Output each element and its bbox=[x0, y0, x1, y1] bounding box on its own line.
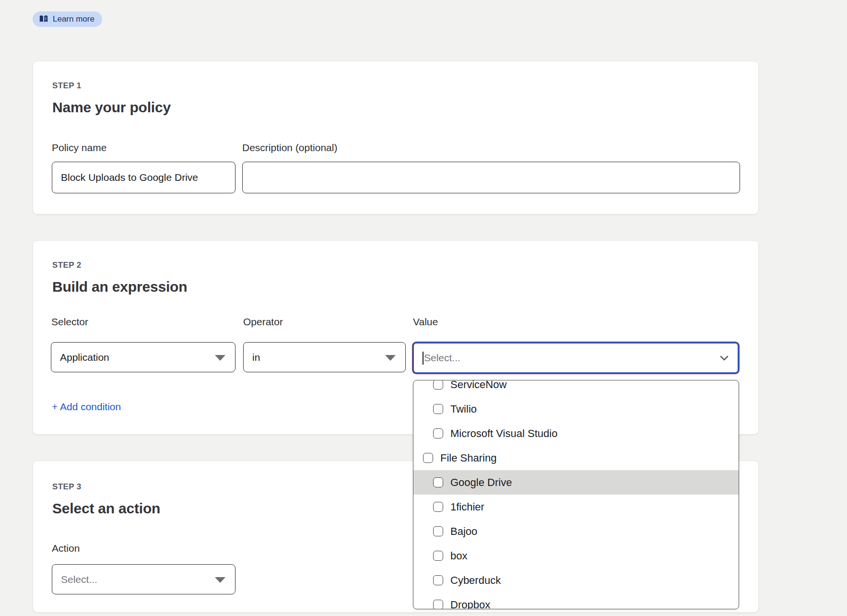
selector-dropdown-value: Application bbox=[60, 352, 109, 363]
step2-label: STEP 2 bbox=[52, 261, 82, 270]
triangle-down-icon bbox=[385, 355, 396, 361]
option-label: box bbox=[450, 550, 467, 562]
policy-name-input[interactable] bbox=[52, 162, 235, 193]
selector-dropdown[interactable]: Application bbox=[51, 342, 235, 372]
dropdown-option-1fichier[interactable]: 1fichier bbox=[413, 495, 739, 519]
option-label: File Sharing bbox=[440, 452, 496, 464]
value-label: Value bbox=[413, 316, 438, 328]
option-checkbox[interactable] bbox=[433, 404, 443, 414]
action-dropdown-placeholder: Select... bbox=[61, 574, 97, 585]
dropdown-option-microsoft-visual-studio[interactable]: Microsoft Visual Studio bbox=[413, 421, 739, 446]
option-label: ServiceNow bbox=[450, 380, 506, 391]
value-multiselect-input[interactable]: Select... bbox=[412, 342, 739, 374]
description-input[interactable] bbox=[242, 162, 740, 193]
step2-title: Build an expression bbox=[52, 279, 187, 295]
option-label: Bajoo bbox=[450, 525, 477, 538]
option-checkbox[interactable] bbox=[433, 551, 443, 561]
selector-label: Selector bbox=[51, 316, 88, 328]
option-checkbox[interactable] bbox=[423, 453, 433, 463]
add-condition-link[interactable]: + Add condition bbox=[52, 401, 121, 413]
operator-dropdown-value: in bbox=[252, 352, 260, 363]
dropdown-option-dropbox[interactable]: Dropbox bbox=[413, 592, 739, 609]
step1-title: Name your policy bbox=[52, 99, 171, 116]
step3-label: STEP 3 bbox=[52, 482, 82, 492]
triangle-down-icon bbox=[215, 355, 225, 361]
operator-label: Operator bbox=[243, 316, 283, 328]
description-label: Description (optional) bbox=[242, 142, 337, 154]
option-label: Cyberduck bbox=[450, 574, 501, 587]
learn-more-button[interactable]: Learn more bbox=[33, 12, 102, 27]
dropdown-option-twilio[interactable]: Twilio bbox=[413, 397, 739, 421]
option-checkbox[interactable] bbox=[433, 600, 443, 609]
chevron-down-icon bbox=[718, 353, 730, 365]
action-label: Action bbox=[52, 543, 80, 554]
step1-card: STEP 1 Name your policy Policy name Desc… bbox=[33, 61, 759, 214]
dropdown-option-bajoo[interactable]: Bajoo bbox=[413, 519, 739, 544]
dropdown-option-servicenow[interactable]: ServiceNow bbox=[413, 380, 739, 397]
dropdown-option-file-sharing[interactable]: File Sharing bbox=[413, 446, 739, 470]
step3-title: Select an action bbox=[52, 500, 160, 517]
text-cursor bbox=[423, 352, 424, 365]
option-checkbox[interactable] bbox=[433, 477, 443, 487]
policy-name-label: Policy name bbox=[52, 142, 106, 154]
value-dropdown-list: ServiceNowTwilioMicrosoft Visual StudioF… bbox=[413, 380, 739, 609]
operator-dropdown[interactable]: in bbox=[243, 342, 406, 372]
option-checkbox[interactable] bbox=[433, 526, 443, 536]
value-dropdown-panel: ServiceNowTwilioMicrosoft Visual StudioF… bbox=[413, 380, 739, 609]
option-label: Microsoft Visual Studio bbox=[450, 427, 557, 440]
dropdown-option-google-drive[interactable]: Google Drive bbox=[413, 470, 739, 495]
dropdown-option-box[interactable]: box bbox=[413, 544, 739, 568]
triangle-down-icon bbox=[215, 577, 225, 583]
option-label: 1fichier bbox=[450, 501, 484, 513]
option-label: Dropbox bbox=[450, 599, 490, 610]
policy-builder-page: Learn more STEP 1 Name your policy Polic… bbox=[0, 0, 847, 616]
dropdown-option-cyberduck[interactable]: Cyberduck bbox=[413, 568, 739, 592]
learn-more-label: Learn more bbox=[53, 14, 94, 24]
action-dropdown[interactable]: Select... bbox=[52, 564, 235, 594]
option-label: Google Drive bbox=[450, 476, 512, 489]
option-checkbox[interactable] bbox=[433, 502, 443, 512]
option-checkbox[interactable] bbox=[433, 428, 443, 438]
book-open-icon bbox=[39, 15, 48, 24]
option-label: Twilio bbox=[450, 403, 477, 415]
option-checkbox[interactable] bbox=[433, 575, 443, 585]
value-placeholder: Select... bbox=[424, 352, 460, 364]
option-checkbox[interactable] bbox=[433, 380, 443, 390]
step1-label: STEP 1 bbox=[52, 81, 82, 91]
